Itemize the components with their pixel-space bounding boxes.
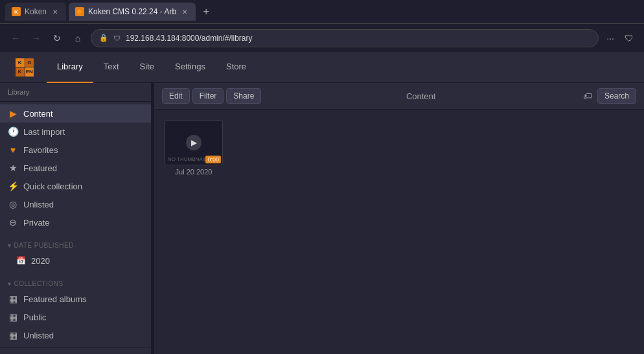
- public-icon: ▦: [8, 312, 18, 322]
- edit-button[interactable]: Edit: [162, 88, 190, 104]
- nav-library[interactable]: Library: [47, 52, 93, 83]
- sidebar-item-last-import[interactable]: 🕐 Last import: [0, 123, 151, 141]
- media-grid: ▶ NO THUMBNAIL 0:00 Jul 20 2020: [154, 110, 644, 354]
- nav-text[interactable]: Text: [93, 52, 130, 83]
- unlisted-label: Unlisted: [23, 200, 54, 209]
- last-import-icon: 🕐: [8, 126, 18, 137]
- share-button[interactable]: Share: [226, 88, 261, 104]
- logo-grid: K O K EN: [16, 58, 34, 77]
- media-thumbnail-1: ▶ NO THUMBNAIL 0:00: [165, 120, 223, 165]
- tab-label-1: Koken: [25, 7, 47, 16]
- video-duration: 0:00: [205, 156, 221, 163]
- date-chevron-icon: ▾: [8, 242, 12, 249]
- sidebar-item-quick-collection[interactable]: ⚡ Quick collection: [0, 177, 151, 195]
- nav-site[interactable]: Site: [130, 52, 165, 83]
- address-bar: ← → ↻ ⌂ 🔒 🛡 192.168.43.184:8000/admin/#/…: [0, 23, 644, 52]
- tab-close-1[interactable]: ✕: [51, 7, 60, 16]
- play-icon: ▶: [186, 135, 201, 150]
- sidebar-item-unlisted[interactable]: ◎ Unlisted: [0, 195, 151, 213]
- tag-icon[interactable]: 🏷: [581, 88, 595, 104]
- year-2020-label: 2020: [31, 256, 50, 266]
- content-toolbar: Edit Filter Share Content 🏷 Search: [154, 83, 644, 110]
- media-item-video1[interactable]: ▶ NO THUMBNAIL 0:00 Jul 20 2020: [165, 120, 223, 176]
- sidebar-item-public[interactable]: ▦ Public: [0, 308, 151, 326]
- shield-icon: 🛡: [113, 34, 121, 42]
- tab-label-2: Koken CMS 0.22.24 - Arb: [88, 7, 176, 16]
- tab-favicon-2: 🔶: [75, 7, 84, 16]
- featured-label: Featured: [23, 163, 57, 173]
- date-section: ▾ DATE PUBLISHED 📅 2020: [0, 234, 151, 272]
- sidebar-item-content[interactable]: ▶ Content: [0, 104, 151, 123]
- breadcrumb: Library: [0, 83, 151, 102]
- content-icon: ▶: [8, 108, 18, 119]
- home-button[interactable]: ⌂: [70, 30, 86, 46]
- collections-section-label: COLLECTIONS: [14, 280, 63, 287]
- featured-albums-label: Featured albums: [23, 294, 87, 304]
- search-button[interactable]: Search: [597, 88, 636, 104]
- search-area: 🏷 Search: [581, 88, 636, 104]
- private-label: Private: [23, 218, 49, 228]
- content-label: Content: [23, 109, 53, 119]
- date-section-header[interactable]: ▾ DATE PUBLISHED: [0, 237, 151, 252]
- collections-section-header[interactable]: ▾ COLLECTIONS: [0, 275, 151, 290]
- nav-store[interactable]: Store: [216, 52, 257, 83]
- quick-collection-icon: ⚡: [8, 181, 18, 191]
- quick-collection-label: Quick collection: [23, 182, 82, 191]
- unlisted-col-label: Unlisted: [23, 331, 54, 340]
- logo-cell-o: O: [25, 58, 34, 67]
- app-logo: K O K EN: [10, 53, 39, 82]
- last-import-label: Last import: [23, 127, 65, 137]
- tab-favicon-1: K: [12, 7, 21, 16]
- favorites-label: Favorites: [23, 145, 58, 155]
- no-thumbnail-label: NO THUMBNAIL: [168, 156, 207, 162]
- back-button[interactable]: ←: [8, 30, 23, 46]
- calendar-icon: 📅: [16, 255, 26, 266]
- collections-chevron-icon: ▾: [8, 280, 12, 287]
- collections-section: ▾ COLLECTIONS ▦ Featured albums ▦ Public…: [0, 272, 151, 347]
- url-text: 192.168.43.184:8000/admin/#/library: [126, 34, 252, 43]
- sidebar: Library ▶ Content 🕐 Last import ♥ Favori…: [0, 83, 152, 354]
- sidebar-item-featured-albums[interactable]: ▦ Featured albums: [0, 290, 151, 308]
- sidebar-footer: 🗑 Trash 1: [0, 347, 151, 354]
- date-section-label: DATE PUBLISHED: [14, 242, 74, 249]
- sidebar-item-private[interactable]: ⊖ Private: [0, 213, 151, 231]
- security-icon: 🔒: [99, 34, 108, 42]
- filter-button[interactable]: Filter: [192, 88, 224, 104]
- new-tab-button[interactable]: +: [198, 4, 214, 19]
- main: Library ▶ Content 🕐 Last import ♥ Favori…: [0, 83, 644, 354]
- unlisted-col-icon: ▦: [8, 330, 18, 340]
- sidebar-item-trash[interactable]: 🗑 Trash 1: [0, 348, 151, 354]
- sidebar-item-2020[interactable]: 📅 2020: [0, 252, 151, 270]
- sidebar-item-unlisted-col[interactable]: ▦ Unlisted: [0, 326, 151, 344]
- media-date-label: Jul 20 2020: [176, 168, 213, 176]
- nav-settings[interactable]: Settings: [165, 52, 216, 83]
- tab-koken[interactable]: K Koken ✕: [5, 3, 66, 21]
- logo-cell-k2: K: [16, 67, 25, 77]
- forward-button[interactable]: →: [29, 30, 44, 46]
- tab-close-2[interactable]: ✕: [180, 7, 189, 16]
- sidebar-item-favorites[interactable]: ♥ Favorites: [0, 141, 151, 159]
- featured-albums-icon: ▦: [8, 294, 18, 304]
- logo-cell-en: EN: [25, 67, 34, 77]
- content-section: ▶ Content 🕐 Last import ♥ Favorites ★ Fe…: [0, 102, 151, 234]
- content-area: Edit Filter Share Content 🏷 Search ▶ NO …: [154, 83, 644, 354]
- content-title: Content: [264, 91, 578, 101]
- refresh-button[interactable]: ↻: [49, 30, 65, 46]
- tab-koken-cms[interactable]: 🔶 Koken CMS 0.22.24 - Arb ✕: [69, 3, 196, 21]
- logo-cell-k: K: [16, 58, 25, 67]
- sidebar-item-featured[interactable]: ★ Featured: [0, 159, 151, 177]
- featured-icon: ★: [8, 163, 18, 173]
- app: K O K EN Library Text Site Settings Stor…: [0, 52, 644, 354]
- favorites-icon: ♥: [8, 145, 18, 155]
- browser-chrome: K Koken ✕ 🔶 Koken CMS 0.22.24 - Arb ✕ + …: [0, 0, 644, 52]
- top-nav: K O K EN Library Text Site Settings Stor…: [0, 52, 644, 83]
- unlisted-icon: ◎: [8, 199, 18, 209]
- tab-bar: K Koken ✕ 🔶 Koken CMS 0.22.24 - Arb ✕ +: [0, 0, 644, 23]
- extensions-button[interactable]: 🛡: [622, 30, 636, 46]
- browser-menu-button[interactable]: ···: [604, 30, 617, 46]
- private-icon: ⊖: [8, 217, 18, 228]
- public-label: Public: [23, 313, 46, 322]
- url-bar[interactable]: 🔒 🛡 192.168.43.184:8000/admin/#/library: [91, 29, 599, 47]
